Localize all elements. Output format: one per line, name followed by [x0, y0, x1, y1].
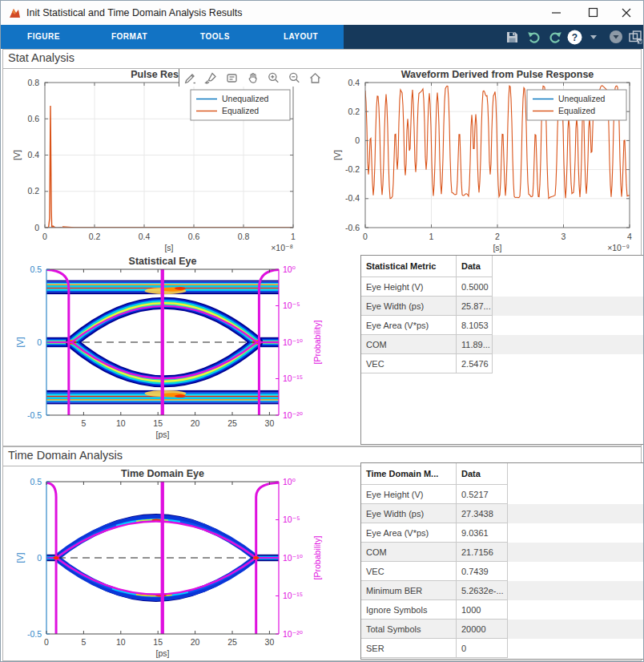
x-tick-label: 0.2	[89, 232, 101, 241]
undo-icon[interactable]	[525, 27, 544, 46]
legend-entry: Unequalized	[558, 94, 606, 103]
table-cell[interactable]: Total Symbols	[361, 620, 457, 639]
y-tick-label: 0.4	[27, 150, 39, 159]
tab-tools[interactable]: TOOLS	[172, 25, 258, 49]
x-tick-label: 10	[116, 418, 126, 428]
table-cell[interactable]: 8.1053	[457, 316, 493, 335]
maximize-button[interactable]	[579, 1, 606, 25]
table-cell[interactable]: 21.7156	[457, 543, 508, 562]
tab-format[interactable]: FORMAT	[87, 25, 172, 49]
svg-text:?: ?	[571, 32, 577, 43]
table-row: Eye Width (ps)25.87...	[361, 297, 643, 316]
right-y-tick-label: 10⁻¹⁰	[283, 337, 303, 347]
right-y-tick-label: 10⁻⁵	[283, 515, 300, 524]
window-title: Init Statistical and Time Domain Analysi…	[26, 1, 243, 25]
left-y-tick-label: -0.5	[27, 410, 42, 420]
x-axis-label: [s]	[164, 243, 173, 252]
x-tick-label: 25	[227, 418, 237, 428]
table-row: Eye Area (V*ps)9.0361	[361, 523, 643, 543]
table-cell[interactable]: Eye Height (V)	[361, 277, 457, 297]
left-y-tick-label: 0.5	[30, 264, 42, 274]
zoom-in-icon[interactable]	[267, 71, 280, 85]
help-dropdown-caret-icon[interactable]	[584, 27, 603, 46]
table-cell[interactable]: 11.89...	[457, 335, 493, 354]
table-cell[interactable]: COM	[361, 335, 457, 354]
x-tick-label: 1	[291, 232, 296, 241]
table-cell[interactable]: Minimum BER	[361, 581, 457, 600]
table-header-cell: Time Domain M...	[361, 463, 457, 485]
x-tick-label: 30	[265, 418, 275, 428]
redo-icon[interactable]	[545, 27, 565, 46]
close-button[interactable]	[613, 1, 640, 25]
y-tick-label: 0.2	[348, 107, 360, 116]
table-cell[interactable]: Eye Height (V)	[361, 485, 457, 504]
table-row: VEC2.5476	[361, 354, 643, 373]
table-cell[interactable]: 0.5217	[457, 485, 508, 504]
table-cell[interactable]: Eye Width (ps)	[361, 504, 457, 523]
ribbon-toolbar: FIGUREFORMATTOOLSLAYOUT ?	[1, 25, 643, 49]
brush-icon[interactable]	[204, 71, 218, 85]
table-cell[interactable]: 5.2632e-...	[457, 581, 508, 600]
table-cell[interactable]: 27.3438	[457, 504, 508, 523]
y-axis-label-left: [V]	[15, 553, 25, 563]
axes-toolbar	[179, 69, 339, 87]
plot-title: Waveform Derived from Pulse Response	[401, 69, 594, 80]
table-cell[interactable]: 1000	[457, 600, 508, 620]
time-domain-metrics-table: Time Domain M...DataEye Height (V)0.5217…	[360, 462, 644, 660]
tab-layout[interactable]: LAYOUT	[258, 25, 344, 49]
table-cell[interactable]: 0	[457, 639, 508, 658]
table-row: SER0	[361, 639, 643, 658]
x-tick-label: 20	[191, 418, 200, 428]
y-tick-label: 0	[34, 223, 39, 232]
save-icon[interactable]	[502, 27, 521, 46]
table-cell[interactable]: Ignore Symbols	[361, 600, 457, 620]
title-bar: Init Statistical and Time Domain Analysi…	[1, 1, 643, 25]
right-y-tick-label: 10⁻¹⁵	[283, 373, 303, 383]
table-cell[interactable]: Eye Area (V*ps)	[361, 316, 457, 335]
table-header-cell: Statistical Metric	[361, 256, 457, 277]
x-tick-label: 25	[227, 637, 237, 647]
matlab-app-icon	[9, 6, 22, 19]
help-icon[interactable]: ?	[565, 27, 584, 46]
home-icon[interactable]	[308, 71, 322, 85]
table-cell[interactable]: Eye Area (V*ps)	[361, 523, 457, 543]
pulse-response-plot: 00.20.40.60.810.80.60.40.20Pulse Res[s]×…	[9, 67, 342, 256]
y-axis-label: [V]	[332, 150, 342, 160]
table-cell[interactable]: VEC	[361, 562, 457, 581]
left-y-tick-label: 0	[37, 337, 42, 347]
export-icon[interactable]	[183, 71, 197, 85]
table-cell[interactable]: VEC	[361, 354, 457, 373]
stat-analysis-header: Stat Analysis	[3, 50, 641, 69]
table-cell[interactable]: COM	[361, 543, 457, 562]
datatip-icon[interactable]	[225, 71, 239, 85]
time-domain-eye-plot: 0510152025300.50-0.510⁰10⁻⁵10⁻¹⁰10⁻¹⁵10⁻…	[7, 469, 339, 661]
plot-title: Statistical Eye	[129, 256, 197, 267]
x-tick-label: 0	[44, 637, 49, 647]
copy-figure-icon[interactable]	[626, 27, 644, 46]
table-row: Eye Height (V)0.5000	[361, 277, 643, 297]
minimize-button[interactable]	[542, 1, 570, 25]
x-tick-label: 30	[265, 637, 275, 647]
plot-title: Time Domain Eye	[121, 469, 204, 479]
table-header-cell: Data	[457, 256, 493, 277]
table-cell[interactable]: 0.5000	[457, 277, 493, 297]
table-cell[interactable]: 9.0361	[457, 523, 508, 543]
table-header-cell: Data	[457, 463, 508, 485]
table-row: Total Symbols20000	[361, 620, 643, 639]
right-y-tick-label: 10⁻¹⁰	[283, 553, 303, 563]
y-axis-label: [V]	[12, 150, 22, 160]
plot-title: Pulse Res	[131, 69, 179, 80]
right-y-tick-label: 10⁰	[283, 264, 296, 274]
table-cell[interactable]: 25.87...	[457, 297, 493, 316]
zoom-out-icon[interactable]	[288, 71, 301, 85]
table-cell[interactable]: 0.7439	[457, 562, 508, 581]
collapse-ribbon-button[interactable]	[606, 27, 626, 46]
table-cell[interactable]: 20000	[457, 620, 508, 639]
x-tick-label: 2	[495, 232, 500, 241]
y-tick-label: 0.2	[27, 186, 39, 196]
pan-icon[interactable]	[246, 71, 260, 85]
table-cell[interactable]: 2.5476	[457, 354, 493, 373]
table-cell[interactable]: SER	[361, 639, 457, 658]
tab-figure[interactable]: FIGURE	[1, 25, 87, 49]
table-cell[interactable]: Eye Width (ps)	[361, 297, 457, 316]
